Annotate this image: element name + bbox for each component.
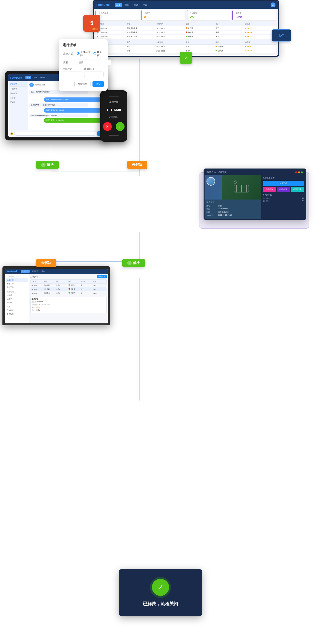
final-text: 已解决，流程关闭 [143,601,178,607]
sidebar-item-service-report[interactable]: 服务报告 [6,312,28,316]
th-2-3: 创建时间 [156,41,186,44]
table-row: WD-20210301 系统无法登录 2021-03-10 处理中 张三 ★★★… [95,26,276,30]
decline-button[interactable]: ✕ [103,122,112,131]
laptop-td-3-6: 03-10 [93,292,105,294]
emoji-icon[interactable]: 😊 [10,132,13,135]
db-nav-tickets[interactable]: 工单 [115,3,122,7]
laptop-nav-tickets[interactable]: 工单管理 [21,270,30,273]
detail-label-2: 服务工单 [263,200,269,202]
sidebar-item-dispatched[interactable]: 已派单 [6,297,28,301]
video-feed-area: 客户信息 姓名 张明 电话 138****8888 问题 [205,175,261,219]
action-btn-create-ticket[interactable]: 发起工单 [263,181,304,186]
close-btn[interactable] [295,172,297,174]
stat-value-1: 12 [99,15,137,19]
db-logo: FookDesk [96,3,110,6]
laptop-td-1-1: WD-001 [32,285,44,286]
sidebar-item-new-ticket[interactable]: 新建工单 [6,282,28,286]
stat-value-2: 8 [144,15,183,19]
sidebar-item-in-progress[interactable]: 进行中 [6,301,28,304]
dispatch-submit-button[interactable]: 提交 [92,81,104,87]
laptop-td-2-3: 公司B [56,288,69,290]
sidebar-item-all-tickets[interactable]: 工单列表 [6,278,28,282]
svg-point-4 [234,181,237,184]
sidebar-section-tickets: 工单管理 工单列表 新建工单 我的工单 [6,275,28,289]
laptop-td-3-4: 已解决 [69,292,81,294]
td-3-1: WD-20210303 [97,36,127,38]
status-indicator [186,27,187,29]
user-avatar[interactable]: A [271,2,275,7]
db-nav-service[interactable]: 客服 [123,3,131,7]
ipad-tab-tickets[interactable]: 工单 [32,76,38,79]
laptop-nav-dispatch[interactable]: 派单管理 [31,270,39,273]
stat-card-satisfaction: 满意度 98% [232,10,277,20]
laptop-section: FookDesk 工单管理 派单管理 报表 工单管理 工单列表 新建工单 [3,266,110,325]
radio-platform[interactable]: 平台工程师 [77,50,91,57]
dispatch-radio-group: 平台工程师 服务商 [77,50,104,57]
sidebar-item-resolved[interactable]: 已解决 [9,100,27,104]
sidebar-item-unassigned[interactable]: 未分配 [9,96,27,100]
maximize-btn[interactable] [301,172,303,174]
iot-badge: IoT [272,29,291,42]
sidebar-item-my-tickets[interactable]: 我的工单 [6,286,28,289]
radio-circle-vendor[interactable] [93,52,96,55]
radio-circle-platform[interactable] [77,52,80,55]
laptop-td-3-1: WD-003 [32,292,44,294]
accept-button[interactable]: ✓ [116,122,124,131]
chat-input[interactable] [14,132,96,136]
equipment-icon [232,180,251,195]
dispatch-title: 进行派单 [63,43,104,48]
sidebar-item-stats[interactable]: 工单统计 [6,309,28,312]
resolved-badge-2: ✓ 解决 [122,259,145,267]
sidebar-item-mine[interactable]: 我的会话 [9,92,27,96]
sidebar-item-pending-dispatch[interactable]: 待派单 [6,294,28,297]
dispatch-search-input[interactable] [77,60,111,65]
table-row: WD-003 培训需求 公司C 已解决 低 03-10 [30,291,107,295]
laptop-logo: FookDesk [7,270,17,272]
sidebar-item-all[interactable]: 全部会话 [9,87,27,91]
dispatch-cancel-button[interactable]: 暂停派单 [74,81,91,87]
td2-2-6: ★★★★★ [245,50,274,52]
phone-buttons: ✕ ✓ [103,122,124,131]
dispatch-dept-label: 所属部门 [84,68,104,71]
final-section: ✓ 已解决，流程关闭 [119,569,202,616]
stat-value-3: 25 [190,15,229,19]
ipad-sidebar: 广告运营 > 全部会话 我的会话 未分配 已解决 [8,81,28,130]
field-value-2: 2021-03-10 14:22 [39,304,50,306]
dispatch-name-label: 姓得姓名 [63,68,82,71]
db-body: 待处理工单 12 处理中 8 今日解决 25 满意度 [94,9,278,56]
video-title: 视频通话 - 现场支持 [207,171,227,174]
db-nav-stats[interactable]: 统计 [132,3,140,7]
stat-card-inprogress: 处理中 8 [141,10,186,20]
minimize-btn[interactable] [298,172,300,174]
info-row-issue: 问题 设备安装调试 [207,211,259,214]
sidebar-item-broadcast[interactable]: 广告运营 > [9,82,27,86]
action-btn-session[interactable]: 会话记录 [291,187,304,192]
unresolved-label-1: 未解决 [132,163,142,167]
laptop-nav-report[interactable]: 报表 [40,270,46,273]
final-check-icon: ✓ [157,583,164,592]
td-1-3: 2021-03-10 [156,28,186,29]
detail-value-1: 25 [302,197,304,200]
laptop-table-header: 工单号 标题 客户 状态 优先级 时间 [30,280,107,284]
phone-number: 191 1348 [107,108,121,112]
ipad-tab-contacts[interactable]: 联系人 [39,76,47,79]
dispatch-info-row: 姓得姓名 所属部门 [63,68,104,77]
final-resolved-box: ✓ 已解决，流程关闭 [119,569,202,616]
laptop-th-4: 状态 [69,280,81,282]
laptop-main: 工单列表 新建工单 工单号 标题 客户 状态 优先级 时间 WD-001 [29,274,108,323]
laptop-new-ticket-btn[interactable]: 新建工单 [97,275,107,278]
sidebar-section-reports: 报表 工单统计 服务报告 [6,305,28,316]
action-btn-screenshot[interactable]: 截图标注 [277,187,290,192]
td-2-2: 支付功能异常 [127,31,156,34]
field-label-3: 状态: [32,306,35,309]
th-2-2: 客户 [127,41,156,44]
laptop-th-6: 时间 [93,280,105,282]
ipad-tabs: 对话 工单 联系人 [26,76,47,79]
ipad-tab-chat[interactable]: 对话 [26,76,31,79]
radio-vendor[interactable]: 服务商 [93,50,104,57]
action-btn-remote[interactable]: 远程控制 [263,187,276,192]
action-panel-title: 当前工单操作 [263,176,304,179]
db-nav-settings[interactable]: 设置 [141,3,148,7]
td2-1-6: ★★★★☆ [245,46,274,48]
th-2-6: 满意度 [245,41,274,44]
